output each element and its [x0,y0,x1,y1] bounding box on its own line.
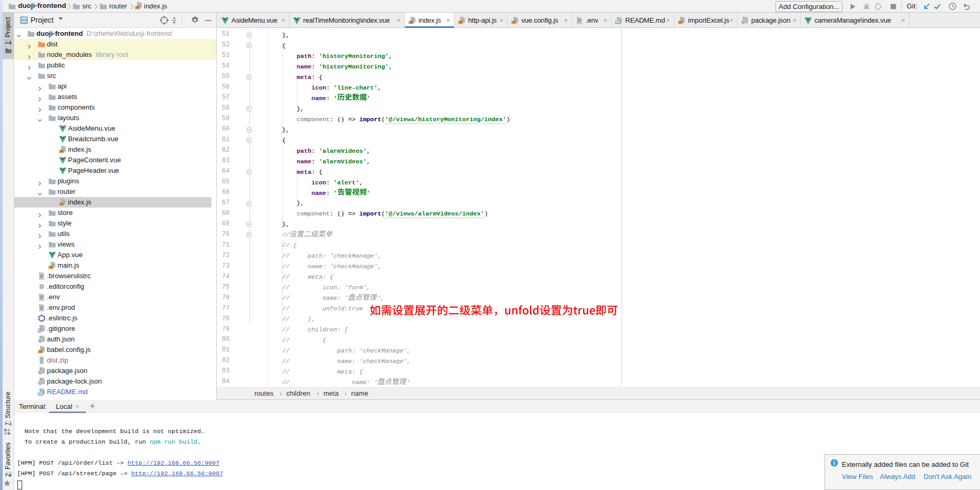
svg-text:JS: JS [459,21,462,24]
svg-text:{}: {} [741,21,745,24]
svg-text:{}: {} [38,339,42,343]
svg-text:MD: MD [38,392,43,395]
svg-text:MD: MD [616,21,620,24]
svg-text:JS: JS [512,21,516,24]
svg-text:JS: JS [135,6,139,9]
svg-text:{}: {} [38,381,42,385]
svg-text:JS: JS [60,150,63,153]
svg-text:JS: JS [38,350,42,353]
svg-text:JS: JS [678,21,682,24]
svg-text:JS: JS [409,21,413,24]
svg-text:{}: {} [38,371,42,375]
svg-text:JS: JS [60,202,63,205]
svg-text:JS: JS [49,266,53,269]
